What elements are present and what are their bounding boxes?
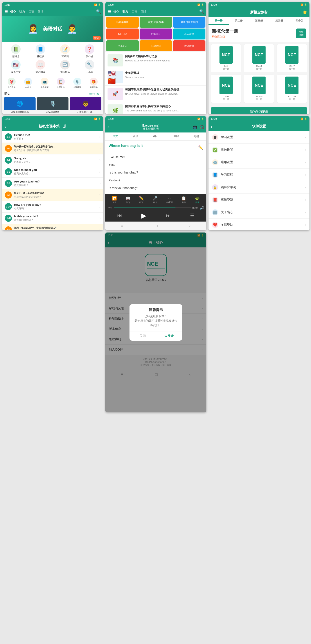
cat-english-live[interactable]: 英语口语直播间 [173,17,205,28]
volume-icon[interactable]: 🔊 [200,206,204,210]
back-icon-5[interactable]: ‹ [108,124,109,130]
tab-book-4[interactable]: 第四册 [269,17,289,25]
tab-yuanwen[interactable]: 原文 [105,132,126,140]
star-icon[interactable]: ⭐ [302,10,307,15]
cat-speech[interactable]: 名人演讲 [173,28,205,40]
tab-cihui[interactable]: 词汇 [146,132,166,140]
news-item-2[interactable]: 🚀 美国宇航局新视野号发回雪人状天体的图像 NASA's New Horizon… [105,86,206,102]
search-icon-1[interactable]: 🔍 [96,9,101,14]
btn-fuxi[interactable]: 📖 复习 [126,196,130,204]
lesson-item-6[interactable]: 9-10 How are you today? 今天好吗？ › [2,201,103,212]
cat-movie[interactable]: 电影台词 [140,40,172,51]
tab2-yuedu[interactable]: 阅读 [141,10,147,14]
video-voa1[interactable]: 🌐 VOA慢速英语视频 [4,97,36,114]
prev-btn[interactable]: ⏮ [117,213,122,218]
cat-radio[interactable]: 广播电台 [140,28,172,40]
tab-tingli[interactable]: 听力 [19,10,25,14]
cat-multiline[interactable]: 多行口语 [106,28,139,40]
icon-jichu[interactable]: 📘 基础课 [29,44,52,58]
icon-fanyi[interactable]: 🔄 省心翻译 [54,60,76,74]
setting-bofang[interactable]: ✅ 播放设置 › [208,144,309,156]
dialog-cancel-btn[interactable]: 关闭 [130,332,156,341]
btn-mansuo[interactable]: 🐢 慢速 [195,196,200,204]
lesson-item-0[interactable]: 1-2 Excuse me! 对不起！ › [2,131,103,143]
lesson-item-2[interactable]: 3-4 Sorry, sir. 对不起，先生... › [2,154,103,166]
setting-about[interactable]: ℹ️ 关于省心 › [208,206,309,219]
tab-book-1[interactable]: 第一册 [208,17,229,25]
tab-book-5[interactable]: 青少版 [289,17,309,25]
tab2-tingli[interactable]: 听力 [122,10,128,14]
icon-activity[interactable]: 🎁 最新活动 [86,78,101,89]
video-course-btn[interactable]: 视频 课本 [296,28,306,38]
setting-sponsor[interactable]: ❤️ 友情赞助 › [208,219,309,230]
audio-progress-bar[interactable] [114,208,191,208]
video-voa2[interactable]: 🎙️ VOA慢速英语 [37,97,69,114]
lesson-item-3[interactable]: 5-6 Nice to meet you 很高兴见到你。 › [2,166,103,178]
tab-kouyu[interactable]: 口语 [29,10,34,14]
btn-shunxu[interactable]: 📋 顺序 [181,196,186,204]
setting-xuexishezhi[interactable]: 🎓 学习设置 › [208,131,309,144]
lesson-item-ad3[interactable]: ad 福利：每天25分钟，英语流利胜母语.🎤 沉浸英语环境练口语，免费体验！ › [2,224,103,230]
book-card-0[interactable]: NCE 1-24第一册 [211,44,241,72]
lesson-item-ad1[interactable]: ad 和外教一起学英语，快速获取学习的... 每天5分钟，随时随地给自己充电 › [2,143,103,154]
btn-gendou[interactable]: 🎤 跟读 [153,196,157,204]
bookmark-btn-5[interactable]: □ [155,224,158,228]
edit-icon[interactable]: ✏️ [198,145,203,150]
news-item-1[interactable]: 🇺🇸🇨🇳 中美贸易战 Sino-us trade war [105,69,206,86]
icon-today[interactable]: 🎯 今日目标 [4,78,20,89]
icon-allcat[interactable]: 📋 全部分类 [53,78,69,89]
tv-icon[interactable]: 📺 [193,124,197,130]
cat-exam[interactable]: 考试听力 [173,40,205,51]
cat-poetry[interactable]: 美文·诗歌·故事 [140,17,172,28]
tab2-kouyu[interactable]: 口语 [132,10,137,14]
icon-zuoye[interactable]: ❓ 问作业 [78,44,101,58]
lesson-item-7[interactable]: 11-12 Is this your shirt? 这是你的衬衫吗？ › [2,212,103,224]
icon-xingainian[interactable]: 📗 新概念 [5,44,27,58]
setting-suoping[interactable]: 🔒 锁屏背单词 › [208,181,309,194]
btn-tingxie[interactable]: ✏️ 听写 [139,196,144,204]
setting-lixian[interactable]: 📕 离线资源 › [208,194,309,206]
play-btn[interactable]: ▶ [141,212,146,219]
tab-yuedu[interactable]: 阅读 [38,10,44,14]
more-btn-5[interactable]: ≡ [121,224,124,228]
btn-fuyin[interactable]: 🔁 复音 [112,196,117,204]
book-card-3[interactable]: NCE 73-96第一册 [211,74,241,103]
dialog-confirm-btn[interactable]: 去反馈 [156,332,182,341]
search-icon-2[interactable]: 🔍 [199,9,204,14]
tab-book-3[interactable]: 第三册 [249,17,269,25]
news-item-0[interactable]: 📚 回顾2018重要科学记忆点 Review 2018 key scientif… [105,52,206,69]
icon-podcast[interactable]: 🎙️ 全球播客 [70,78,85,89]
menu-icon-1[interactable]: ☰ [5,9,8,14]
tab-shuangyu[interactable]: 双语 [126,132,146,140]
lesson-item-ad2[interactable]: ad 每天5分钟，英语流利胜母语 马上测试你的英语实力>> › [2,189,103,201]
next-btn[interactable]: ⏭ [166,213,171,218]
playlist-btn[interactable]: ☰ [190,213,194,218]
news-item-3[interactable]: 🌿 国防部长告诉军队要对国家保持信心 The defense minister … [105,102,206,114]
book-card-2[interactable]: NCE 49-72第一册 [276,44,307,72]
section-link[interactable]: 我的订阅 > [89,92,101,96]
video-kids[interactable]: 👦 小孩说英文之模... [70,97,101,114]
setting-tixing[interactable]: 📘 学习提醒 › [208,169,309,181]
lesson-item-4[interactable]: 7-8 Are you a teacher? 你是教师吗？ › [2,178,103,189]
tab2-shengxin[interactable]: 省心 [113,10,119,14]
book-card-4[interactable]: NCE 97-120第一册 [244,74,274,103]
icon-tv[interactable]: 📺 电视学英 [37,78,52,89]
icon-toolbox[interactable]: 🔧 工具箱 [78,60,101,74]
menu-icon-2[interactable]: ☰ [108,9,111,14]
back-icon-4[interactable]: ‹ [5,124,6,129]
icon-fm[interactable]: 📻 FM电台 [21,78,36,89]
tab-xiangjie[interactable]: 详解 [166,132,186,140]
icon-shuangyue[interactable]: 📖 双语阅读 [29,60,52,74]
back-icon-6[interactable]: ‹ [211,124,212,129]
record-btn[interactable]: 我的学习记录 [211,107,307,114]
cat-kids[interactable]: 少儿英语 [106,40,139,51]
headphone-icon[interactable]: 🎧 [199,124,204,130]
book-card-1[interactable]: NCE 25-48第一册 [244,44,274,72]
tab-shengxin[interactable]: 省心 [10,10,16,14]
tab-book-2[interactable]: 第二册 [229,17,249,25]
cat-songs[interactable]: 听歌学英语 [106,17,139,28]
tab-xiti[interactable]: 习题 [186,132,206,140]
setting-tongyong[interactable]: ⚙️ 通用设置 › [208,156,309,169]
icon-beidan[interactable]: 📝 背单词 [54,44,76,58]
icon-shuangying[interactable]: 🇺🇸 双语英文 [5,60,27,74]
